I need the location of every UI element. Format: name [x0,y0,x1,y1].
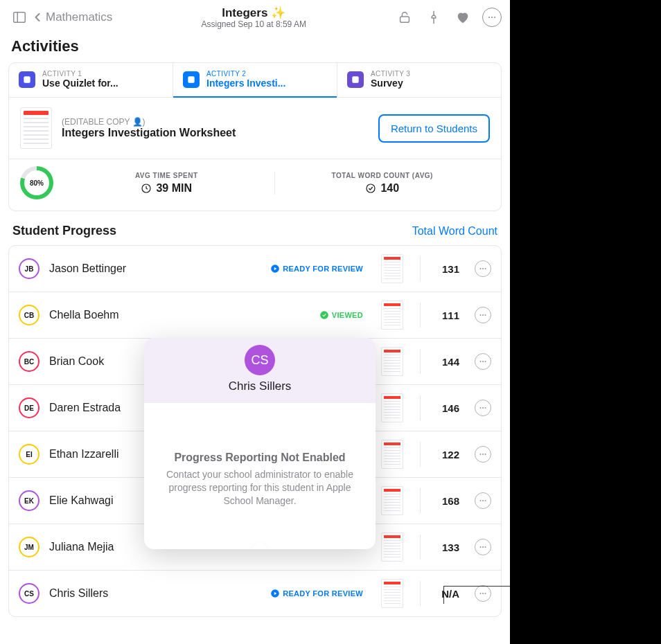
student-avatar: JM [19,537,39,557]
svg-point-33 [480,546,482,548]
popover-name: Chris Sillers [144,379,376,393]
svg-point-18 [480,314,482,316]
row-more-button[interactable] [475,492,491,509]
submission-thumbnail[interactable] [381,393,403,422]
row-more-button[interactable] [475,539,491,555]
svg-point-25 [482,407,484,409]
worksheet-detail: (EDITABLE COPY 👤) Integers Investigation… [9,97,501,159]
svg-point-29 [485,454,486,455]
student-avatar: EK [19,490,39,511]
svg-point-24 [480,407,482,409]
svg-rect-7 [24,76,30,82]
activity-tab-icon [19,71,35,88]
activity-tab-number: ACTIVITY 3 [371,70,410,78]
editable-copy-tag: (EDITABLE COPY 👤) [62,117,236,127]
svg-point-27 [480,454,482,455]
svg-point-22 [482,361,484,362]
svg-point-5 [491,17,493,18]
activity-tab-3[interactable]: ACTIVITY 3 Survey [337,63,501,97]
word-count: 168 [437,495,459,507]
svg-point-30 [480,500,482,501]
student-avatar: BC [19,351,39,372]
activities-card: ACTIVITY 1 Use Quizlet for... ACTIVITY 2… [8,62,502,211]
more-icon[interactable] [482,8,502,27]
row-more-button[interactable] [475,585,491,602]
svg-rect-2 [400,17,409,22]
submission-thumbnail[interactable] [381,486,403,515]
word-count: N/A [437,588,459,600]
status-ready-for-review: READY FOR REVIEW [270,589,363,598]
activity-tab-icon [347,71,364,88]
submission-thumbnail[interactable] [381,533,403,562]
progress-ring: 80% [20,166,53,199]
top-bar: Mathematics Integers ✨ Assigned Sep 10 a… [0,0,510,32]
word-count: 131 [437,263,459,275]
svg-point-4 [488,17,490,18]
svg-point-40 [485,593,486,594]
back-label: Mathematics [46,10,112,24]
submission-thumbnail[interactable] [381,301,403,330]
submission-thumbnail[interactable] [381,347,403,376]
student-avatar: JB [19,258,39,279]
submission-thumbnail[interactable] [381,579,403,608]
worksheet-title: Integers Investigation Worksheet [62,127,236,139]
svg-point-35 [485,546,486,548]
activity-tab-2[interactable]: ACTIVITY 2 Integers Investi... [173,63,337,97]
status-viewed: VIEWED [319,310,363,320]
row-more-button[interactable] [475,260,491,277]
student-name: Juliana Mejia [49,541,114,553]
svg-point-26 [485,407,486,409]
status-ready-for-review: READY FOR REVIEW [270,264,363,274]
student-name: Jason Bettinger [49,262,126,275]
activity-tab-name: Use Quizlet for... [42,78,118,89]
worksheet-thumbnail[interactable] [20,107,52,149]
svg-point-28 [482,454,484,455]
student-row[interactable]: JB Jason Bettinger READY FOR REVIEW 131 [9,246,501,292]
student-progress-title: Student Progress [12,224,116,238]
word-count: 111 [437,310,459,321]
word-count: 133 [437,542,459,553]
student-name: Daren Estrada [49,402,121,414]
svg-point-16 [485,268,486,269]
heart-icon[interactable] [453,8,473,27]
svg-point-32 [485,500,486,501]
stats-row: 80% AVG TIME SPENT 39 MIN TOTAL WORD COU… [9,159,501,211]
svg-point-20 [485,314,486,316]
svg-point-31 [482,500,484,501]
svg-point-11 [367,184,375,193]
pin-icon[interactable] [424,8,443,27]
row-more-button[interactable] [475,446,491,463]
submission-thumbnail[interactable] [381,254,403,283]
submission-thumbnail[interactable] [381,440,403,469]
popover-description: Contact your school administrator to ena… [164,468,356,508]
student-avatar: DE [19,397,39,418]
total-word-count-link[interactable]: Total Word Count [412,225,497,238]
svg-point-14 [480,268,482,269]
activity-tab-name: Survey [371,78,410,89]
student-name: Chella Boehm [49,309,119,321]
lock-icon[interactable] [395,8,414,27]
svg-rect-8 [188,76,194,82]
activity-tab-number: ACTIVITY 2 [206,70,285,78]
activities-heading: Activities [0,32,510,62]
word-count: 122 [437,449,459,460]
activity-tab-1[interactable]: ACTIVITY 1 Use Quizlet for... [9,63,173,97]
return-to-students-button[interactable]: Return to Students [378,114,490,143]
back-button[interactable]: Mathematics [30,10,112,24]
word-count: 144 [437,356,459,368]
sidebar-toggle-icon[interactable] [8,6,30,28]
svg-point-21 [480,361,482,362]
activity-tab-icon [183,71,200,88]
page-title: Integers ✨ [112,6,395,20]
word-count-label: TOTAL WORD COUNT (AVG) [275,172,491,179]
row-more-button[interactable] [475,307,491,323]
avg-time-value: 39 MIN [59,182,274,195]
student-row[interactable]: CS Chris Sillers READY FOR REVIEW N/A [9,571,501,616]
activity-tab-number: ACTIVITY 1 [42,70,118,78]
student-name: Elie Kahwagi [49,494,114,507]
word-count-value: 140 [275,182,491,195]
student-popover: CS Chris Sillers Progress Reporting Not … [144,338,376,549]
row-more-button[interactable] [475,353,491,370]
row-more-button[interactable] [475,400,491,416]
student-row[interactable]: CB Chella Boehm VIEWED 111 [9,292,501,339]
